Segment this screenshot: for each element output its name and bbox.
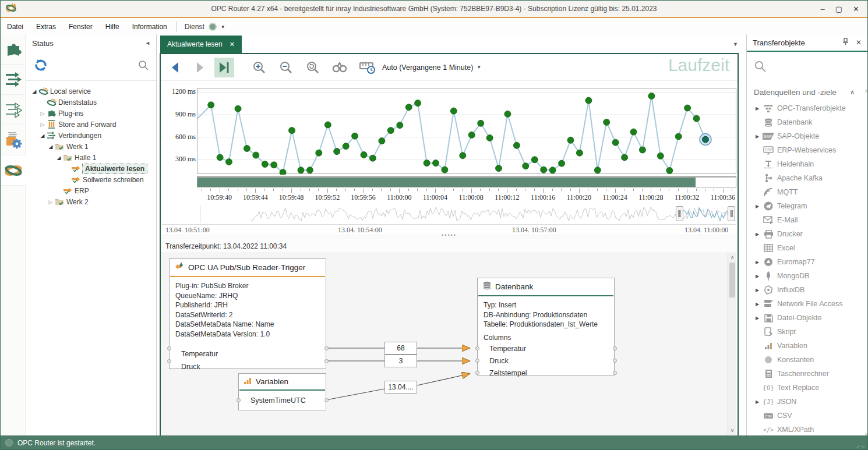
vars-port-systemtimeutc[interactable]: SystemTimeUTC xyxy=(239,395,326,406)
tree-item-local-service[interactable]: ◢Local service xyxy=(26,86,156,97)
port-dot[interactable] xyxy=(167,359,171,363)
menu-item-dienst[interactable]: Dienst ▼ xyxy=(179,21,231,33)
chart-plot-area[interactable] xyxy=(197,88,736,174)
expander-open-icon[interactable]: ◢ xyxy=(31,88,38,94)
transfer-object-konstanten[interactable]: Konstanten xyxy=(747,353,867,367)
transfers-icon[interactable] xyxy=(1,65,26,95)
trigger-box[interactable]: OPC UA Pub/Sub Reader-Trigger Plug-in: P… xyxy=(169,258,326,369)
expander-closed-icon[interactable]: ▶ xyxy=(753,288,762,293)
tree-item-store-and-forward[interactable]: ▷Store and Forward xyxy=(26,119,156,130)
expander-closed-icon[interactable]: ▷ xyxy=(39,122,46,127)
transfer-object-euromap77[interactable]: ▶Euromap77 xyxy=(747,255,867,269)
transfer-object-network-file-access[interactable]: ▶Network File Access xyxy=(747,297,867,311)
db-port-zeitstempel[interactable]: Zeitstempel xyxy=(478,367,614,379)
menu-item-hilfe[interactable]: Hilfe xyxy=(99,20,126,33)
transfer-object-heidenhain[interactable]: Heidenhain xyxy=(747,157,867,171)
trigger-port-temperatur[interactable]: Temperatur xyxy=(170,348,326,360)
port-dot[interactable] xyxy=(613,346,617,350)
expander-closed-icon[interactable]: ▶ xyxy=(753,260,762,265)
port-dot[interactable] xyxy=(613,371,617,375)
menu-item-datei[interactable]: Datei xyxy=(1,20,30,33)
transfer-object-drucker[interactable]: ▶Drucker xyxy=(747,227,867,241)
time-range-icon[interactable] xyxy=(358,58,377,77)
port-dot[interactable] xyxy=(237,398,241,402)
store-forward-settings-icon[interactable] xyxy=(1,125,26,155)
tab-close-icon[interactable]: ✕ xyxy=(230,41,235,48)
expander-closed-icon[interactable]: ▷ xyxy=(47,199,54,205)
port-dot[interactable] xyxy=(475,359,479,363)
transfer-object-opc-transferobjekte[interactable]: ▶OPC-Transferobjekte xyxy=(747,101,867,115)
expander-closed-icon[interactable]: ▶ xyxy=(753,204,762,209)
tree-item-erp[interactable]: ERP xyxy=(26,185,156,196)
port-dot[interactable] xyxy=(324,398,329,402)
tree-item-halle-1[interactable]: ◢Halle 1 xyxy=(26,152,156,163)
transfer-object-datei-objekte[interactable]: ▶Datei-Objekte xyxy=(747,311,867,325)
expander-open-icon[interactable]: ◢ xyxy=(39,133,46,139)
expander-closed-icon[interactable]: ▶ xyxy=(753,302,762,307)
close-button[interactable]: ✕ xyxy=(853,5,859,13)
port-dot[interactable] xyxy=(475,346,479,350)
tree-item-aktualwerte-lesen[interactable]: Aktualwerte lesen xyxy=(26,163,156,174)
expander-closed-icon[interactable]: ▶ xyxy=(753,232,762,237)
expander-closed-icon[interactable]: ▷ xyxy=(39,111,46,116)
scrollbar-thumb[interactable] xyxy=(729,263,735,297)
port-dot[interactable] xyxy=(475,371,479,375)
db-port-druck[interactable]: Druck xyxy=(478,355,614,367)
tree-item-plug-ins[interactable]: ▷Plug-ins xyxy=(26,108,156,119)
resize-grip[interactable]: ⡠⢄ xyxy=(856,442,866,448)
expander-closed-icon[interactable]: ▶ xyxy=(753,274,762,279)
range-handle-left[interactable] xyxy=(676,206,683,221)
transfer-object-skript[interactable]: Skript xyxy=(747,325,867,339)
expander-open-icon[interactable]: ◢ xyxy=(47,144,54,150)
variables-box[interactable]: Variablen SystemTimeUTC xyxy=(238,373,326,410)
transfer-object-excel[interactable]: Excel xyxy=(747,241,867,255)
scroll-down-icon[interactable]: ∨ xyxy=(728,426,736,435)
tab-list-dropdown-icon[interactable]: ▼ xyxy=(733,41,738,47)
trigger-port-druck[interactable]: Druck xyxy=(170,361,326,373)
zoom-reset-icon[interactable] xyxy=(303,58,323,77)
diagram-vertical-scrollbar[interactable]: ∧ ∨ xyxy=(728,253,736,435)
expander-closed-icon[interactable]: ▶ xyxy=(753,106,762,111)
transfer-object-taschenrechner[interactable]: Taschenrechner xyxy=(747,367,867,381)
menu-item-information[interactable]: Information xyxy=(126,20,174,33)
port-dot[interactable] xyxy=(167,346,171,350)
section-datenquellen[interactable]: Datenquellen und -ziele ∧ xyxy=(747,82,867,101)
transfer-object-xml-xpath[interactable]: </>XML/XPath xyxy=(747,423,867,437)
minimize-button[interactable]: – xyxy=(821,5,825,13)
transfer-object-csv[interactable]: CSVCSV xyxy=(747,409,867,423)
expander-closed-icon[interactable]: ▶ xyxy=(753,134,762,139)
search-icon[interactable] xyxy=(137,59,149,73)
menu-item-fenster[interactable]: Fenster xyxy=(62,20,99,33)
plugins-icon[interactable] xyxy=(1,34,26,65)
expander-closed-icon[interactable]: ▶ xyxy=(753,399,762,405)
expander-open-icon[interactable]: ◢ xyxy=(55,155,62,161)
port-dot[interactable] xyxy=(324,359,329,363)
transfer-object-erp-webservices[interactable]: ERPERP-Webservices xyxy=(747,143,867,157)
transfer-object-mqtt[interactable]: MQTT xyxy=(747,185,867,199)
search-transfers-icon[interactable] xyxy=(330,58,350,77)
tree-item-dienststatus[interactable]: Dienststatus xyxy=(26,97,156,108)
transfer-object-mongodb[interactable]: ▶MongoDB xyxy=(747,269,867,283)
port-dot[interactable] xyxy=(613,359,617,363)
close-panel-icon[interactable]: ✕ xyxy=(856,38,862,47)
transfer-object-json[interactable]: ▶{J}JSON xyxy=(747,395,867,409)
transfer-object-apache-kafka[interactable]: Apache Kafka xyxy=(747,171,867,185)
search-icon[interactable] xyxy=(754,60,767,75)
expander-closed-icon[interactable]: ▶ xyxy=(753,316,762,321)
horizontal-splitter[interactable]: ••••• xyxy=(161,234,738,239)
scroll-up-icon[interactable]: ∧ xyxy=(863,88,868,94)
transfer-object-variablen[interactable]: Variablen xyxy=(747,339,867,353)
transfer-object-sap-objekte[interactable]: ▶SAPSAP-Objekte xyxy=(747,129,867,143)
opc-router-logo-icon[interactable] xyxy=(1,155,26,186)
transfer-object-text-replace[interactable]: {O}Text Replace xyxy=(747,381,867,395)
database-box[interactable]: Datenbank Typ: InsertDB-Anbindung: Produ… xyxy=(477,278,615,375)
collapse-panel-icon[interactable]: ◄ xyxy=(145,40,150,46)
tree-item-werk-1[interactable]: ◢Werk 1 xyxy=(26,141,156,152)
tree-item-sollwerte-schreiben[interactable]: Sollwerte schreiben xyxy=(26,174,156,185)
section-collapse-icon[interactable]: ∧ xyxy=(850,88,855,96)
db-port-temperatur[interactable]: Temperatur xyxy=(478,343,614,355)
port-dot[interactable] xyxy=(324,346,329,350)
transfer-object-telegram[interactable]: ▶Telegram xyxy=(747,199,867,213)
transfer-object-datenbank[interactable]: Datenbank xyxy=(747,115,867,129)
menu-item-extras[interactable]: Extras xyxy=(30,20,62,33)
